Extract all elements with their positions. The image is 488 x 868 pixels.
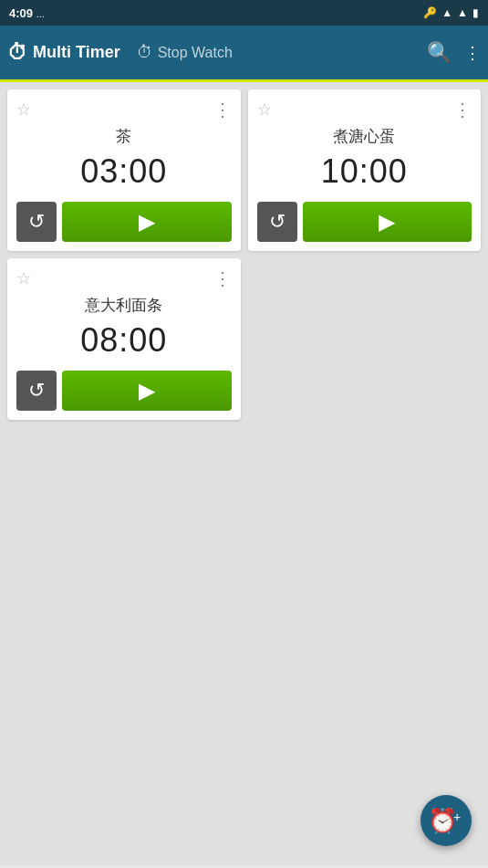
app-title: ⏱ Multi Timer <box>7 41 120 65</box>
star-icon-tea[interactable]: ☆ <box>16 99 31 120</box>
key-icon: 🔑 <box>423 6 437 19</box>
star-icon-egg[interactable]: ☆ <box>257 99 272 120</box>
timer-controls-egg: ↺ ▶ <box>257 202 472 242</box>
timer-name-egg: 煮溏心蛋 <box>333 126 395 147</box>
add-alarm-icon: ⏰+ <box>428 807 464 835</box>
top-bar: ⏱ Multi Timer ⏱ Stop Watch 🔍 ⋮ <box>0 26 488 82</box>
timer-name-pasta: 意大利面条 <box>85 295 162 316</box>
status-icons: 🔑 ▲ ▲ ▮ <box>423 6 479 19</box>
battery-icon: ▮ <box>472 6 479 19</box>
timer-controls-pasta: ↺ ▶ <box>16 371 232 411</box>
reset-icon-pasta: ↺ <box>28 379 45 403</box>
reset-button-tea[interactable]: ↺ <box>16 202 57 242</box>
more-icon-tea[interactable]: ⋮ <box>213 99 232 120</box>
status-time: 4:09 ... <box>9 6 45 20</box>
stopwatch-button[interactable]: ⏱ Stop Watch <box>137 43 233 62</box>
app-title-text: Multi Timer <box>33 43 120 62</box>
reset-icon-egg: ↺ <box>269 210 286 234</box>
timer-card-header-egg: ☆ ⋮ <box>257 99 472 120</box>
play-button-tea[interactable]: ▶ <box>62 202 232 242</box>
wifi-icon: ▲ <box>441 6 452 19</box>
more-icon-egg[interactable]: ⋮ <box>453 99 472 120</box>
timer-controls-tea: ↺ ▶ <box>16 202 232 242</box>
status-bar: 4:09 ... 🔑 ▲ ▲ ▮ <box>0 0 488 26</box>
reset-button-pasta[interactable]: ↺ <box>16 371 57 411</box>
play-icon-egg: ▶ <box>379 209 395 235</box>
timer-card-egg: ☆ ⋮ 煮溏心蛋 10:00 ↺ ▶ <box>248 89 482 251</box>
search-icon[interactable]: 🔍 <box>427 41 452 65</box>
timer-card-pasta: ☆ ⋮ 意大利面条 08:00 ↺ ▶ <box>7 258 241 420</box>
timer-name-tea: 茶 <box>116 126 131 147</box>
stopwatch-label: Stop Watch <box>158 45 233 61</box>
star-icon-pasta[interactable]: ☆ <box>16 268 31 288</box>
timer-time-tea: 03:00 <box>80 152 167 191</box>
timer-time-egg: 10:00 <box>321 152 408 191</box>
reset-icon-tea: ↺ <box>28 210 45 234</box>
more-icon-pasta[interactable]: ⋮ <box>213 267 232 289</box>
timer-card-header-tea: ☆ ⋮ <box>16 99 232 120</box>
play-button-egg[interactable]: ▶ <box>303 202 472 242</box>
reset-button-egg[interactable]: ↺ <box>257 202 297 242</box>
play-icon-pasta: ▶ <box>139 378 155 403</box>
add-timer-fab[interactable]: ⏰+ <box>421 795 472 846</box>
app-title-icon: ⏱ <box>7 41 27 65</box>
play-icon-tea: ▶ <box>139 209 155 235</box>
signal-icon: ▲ <box>457 6 468 19</box>
more-options-icon[interactable]: ⋮ <box>464 43 481 63</box>
main-content: ☆ ⋮ 茶 03:00 ↺ ▶ ☆ ⋮ 煮溏心蛋 10:00 ↺ ▶ <box>0 82 488 865</box>
timer-time-pasta: 08:00 <box>80 321 167 360</box>
play-button-pasta[interactable]: ▶ <box>62 371 232 411</box>
top-bar-actions: 🔍 ⋮ <box>427 41 481 65</box>
timer-card-header-pasta: ☆ ⋮ <box>16 267 232 289</box>
timer-card-tea: ☆ ⋮ 茶 03:00 ↺ ▶ <box>7 89 241 251</box>
stopwatch-nav-icon: ⏱ <box>137 43 153 62</box>
